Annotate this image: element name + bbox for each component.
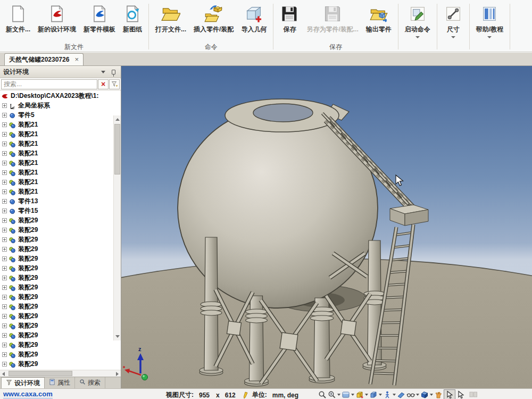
expand-icon[interactable] (2, 103, 7, 108)
expand-icon[interactable] (2, 314, 7, 319)
tree-item-row[interactable]: 装配29 (0, 244, 121, 254)
tree-item-row[interactable]: 装配29 (0, 282, 121, 292)
pin-icon[interactable] (112, 70, 115, 74)
new-drawing-button[interactable]: 新图纸 (119, 3, 146, 34)
chevron-down-icon[interactable] (351, 394, 354, 396)
expand-icon[interactable] (2, 218, 7, 223)
expand-icon[interactable] (2, 285, 7, 290)
expand-icon[interactable] (2, 180, 7, 185)
chevron-down-icon[interactable] (379, 394, 382, 396)
perspective-icon[interactable] (406, 390, 419, 399)
tree-item-row[interactable]: 装配21 (0, 129, 121, 139)
tree-item-row[interactable]: 装配21 (0, 139, 121, 148)
tree-root-row[interactable]: D:\Desktop\CAXA2023教程\1: (0, 91, 121, 101)
chevron-down-icon[interactable] (487, 36, 492, 38)
edit-units-icon[interactable] (242, 392, 249, 399)
tree-item-row[interactable]: 装配29 (0, 273, 121, 282)
clear-search-button[interactable]: × (98, 79, 109, 89)
tree-item-row[interactable]: 装配29 (0, 254, 121, 263)
launch-command-button[interactable]: 启动命令 (401, 3, 434, 38)
tree-item-row[interactable]: 装配21 (0, 120, 121, 129)
standard-views-icon[interactable] (342, 390, 354, 399)
expand-icon[interactable] (2, 266, 7, 271)
insert-part-button[interactable]: 插入零件/装配 (190, 3, 237, 34)
expand-icon[interactable] (2, 362, 7, 367)
expand-icon[interactable] (2, 333, 7, 338)
tree-item-row[interactable]: 装配29 (0, 350, 121, 359)
scroll-up-icon[interactable] (115, 118, 120, 121)
panel-dropdown-icon[interactable] (101, 71, 105, 73)
tree-item-row[interactable]: 装配21 (0, 187, 121, 196)
open-file-button[interactable]: 打开文件... (152, 3, 190, 34)
new-design-env-button[interactable]: 新的设计环境 (34, 3, 80, 34)
expand-icon[interactable] (2, 228, 7, 232)
tree-item-row[interactable]: 零件5 (0, 110, 121, 120)
panel-tab-属性[interactable]: 属性 (45, 377, 75, 388)
scrollbar-thumb[interactable] (114, 124, 120, 174)
expand-icon[interactable] (2, 295, 7, 300)
zoom-window-icon[interactable] (328, 390, 340, 399)
expand-icon[interactable] (2, 132, 7, 137)
walkthrough-icon[interactable] (383, 390, 396, 399)
caxa-website-link[interactable]: www.caxa.com (3, 390, 53, 398)
panel-tab-搜索[interactable]: 搜索 (75, 377, 105, 388)
section-view-icon[interactable] (397, 390, 405, 399)
tree-item-row[interactable]: 装配21 (0, 168, 121, 177)
pan-hand-icon[interactable] (434, 390, 443, 399)
expand-icon[interactable] (2, 323, 7, 328)
chevron-down-icon[interactable] (393, 394, 396, 396)
expand-icon[interactable] (2, 122, 7, 127)
export-part-button[interactable]: 输出零件 (362, 3, 395, 34)
chevron-down-icon[interactable] (416, 394, 419, 396)
scroll-right-icon[interactable] (116, 372, 119, 376)
expand-icon[interactable] (2, 343, 7, 347)
tree-item-row[interactable]: 装配29 (0, 302, 121, 311)
expand-icon[interactable] (2, 142, 7, 146)
search-input[interactable] (1, 79, 97, 89)
view-cube-icon[interactable] (420, 390, 433, 399)
expand-icon[interactable] (2, 170, 7, 175)
new-file-button[interactable]: 新文件... (2, 3, 34, 34)
expand-icon[interactable] (2, 161, 7, 165)
tree-item-row[interactable]: 装配21 (0, 148, 121, 158)
chevron-down-icon[interactable] (415, 36, 420, 38)
chevron-down-icon[interactable] (365, 394, 368, 396)
help-tutorial-button[interactable]: 帮助/教程 (472, 3, 507, 38)
save-button[interactable]: 保存 (276, 3, 303, 34)
tree-item-row[interactable]: 装配29 (0, 321, 121, 330)
dimension-button[interactable]: 尺寸 (440, 3, 467, 38)
chevron-down-icon[interactable] (430, 394, 433, 396)
scroll-left-icon[interactable] (2, 372, 5, 376)
expand-icon[interactable] (2, 352, 7, 357)
tree-item-row[interactable]: 装配29 (0, 215, 121, 225)
expand-icon[interactable] (2, 189, 7, 194)
expand-icon[interactable] (2, 237, 7, 242)
expand-icon[interactable] (2, 113, 7, 118)
tree-item-row[interactable]: 装配29 (0, 292, 121, 302)
expand-icon[interactable] (2, 304, 7, 309)
render-mode-icon[interactable] (355, 390, 368, 399)
tree-item-row[interactable]: 装配21 (0, 158, 121, 168)
select-cursor-button[interactable] (444, 389, 455, 399)
chevron-down-icon[interactable] (337, 394, 340, 396)
tree-item-row[interactable]: 全局坐标系 (0, 101, 121, 110)
tree-item-row[interactable]: 装配29 (0, 225, 121, 235)
horizontal-scrollbar[interactable] (0, 370, 121, 377)
tree-item-row[interactable]: 装配29 (0, 235, 121, 244)
tree-item-row[interactable]: 装配21 (0, 177, 121, 187)
tree-item-row[interactable]: 装配29 (0, 359, 121, 369)
new-part-template-button[interactable]: 新零件模板 (80, 3, 119, 34)
expand-icon[interactable] (2, 247, 7, 252)
display-style-icon[interactable] (369, 390, 382, 399)
zoom-in-icon[interactable] (318, 390, 327, 399)
import-geometry-button[interactable]: 导入几何 (237, 3, 270, 34)
chevron-down-icon[interactable] (451, 36, 455, 38)
document-tab[interactable]: 天然气储罐20230726 × (4, 53, 84, 65)
extra-tools-icon[interactable] (469, 390, 478, 399)
tree-item-row[interactable]: 装配29 (0, 311, 121, 321)
h-scrollbar-thumb[interactable] (9, 371, 72, 376)
tree-item-row[interactable]: 零件15 (0, 206, 121, 215)
filter-icon[interactable] (109, 79, 120, 89)
expand-icon[interactable] (2, 256, 7, 261)
tree-item-row[interactable]: 装配29 (0, 340, 121, 350)
